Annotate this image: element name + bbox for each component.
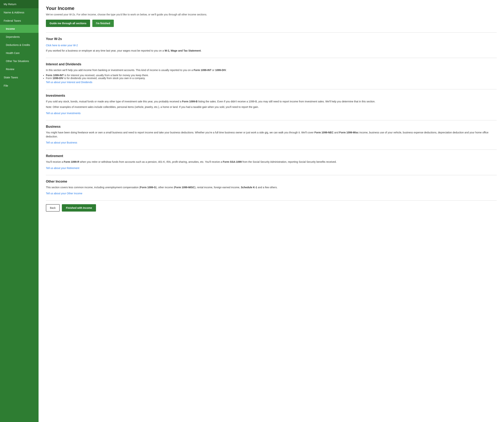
sidebar-item-my-return[interactable]: My Return [0, 0, 39, 8]
sidebar-item-review[interactable]: Review [0, 65, 39, 73]
section-title-investments: Investments [46, 94, 497, 98]
sidebar-item-state-taxes[interactable]: State Taxes [0, 73, 39, 82]
section-link-investments[interactable]: Tell us about your Investments [46, 112, 81, 115]
section-retirement: RetirementYou'll receive a Form 1099-R w… [46, 149, 497, 173]
section-body-retirement: You'll receive a Form 1099-R when you re… [46, 160, 497, 164]
sidebar-item-other-tax[interactable]: Other Tax Situations [0, 57, 39, 65]
section-body-w2s: If you worked for a business or employer… [46, 49, 497, 53]
w2-link[interactable]: Click here to enter your W-2 [46, 44, 78, 47]
guide-sections-button[interactable]: Guide me through all sections [46, 20, 90, 27]
section-interest-dividends: Interest and DividendsIn this section we… [46, 58, 497, 87]
intro-text: We've covered your W-2s. For other incom… [46, 13, 497, 16]
top-button-row: Guide me through all sections I'm finish… [46, 20, 497, 27]
section-investments: InvestmentsIf you sold any stock, bonds,… [46, 89, 497, 118]
sidebar-item-federal-taxes[interactable]: Federal Taxes [0, 17, 39, 25]
section-bullets-interest-dividends: Form 1099-INT is for interest you receiv… [46, 74, 497, 80]
main-content: Your Income We've covered your W-2s. For… [39, 0, 504, 422]
section-link-interest-dividends[interactable]: Tell us about your Interest and Dividend… [46, 81, 92, 84]
section-w2s: Your W-2sClick here to enter your W-2If … [46, 32, 497, 56]
section-body-investments: If you sold any stock, bonds, mutual fun… [46, 100, 497, 103]
section-other-income: Other IncomeThis section covers less com… [46, 175, 497, 198]
back-button[interactable]: Back [46, 204, 60, 212]
bullet-item: Form 1099-INT is for interest you receiv… [46, 74, 497, 77]
section-link-retirement[interactable]: Tell us about your Retirement [46, 166, 79, 170]
section-business: BusinessYou might have been doing freela… [46, 120, 497, 148]
sidebar-item-file[interactable]: File [0, 82, 39, 90]
section-body-other-income: This section covers less common income, … [46, 185, 497, 189]
sidebar-item-health-care[interactable]: Health Care [0, 49, 39, 57]
section-title-business: Business [46, 125, 497, 129]
sidebar-item-dependents[interactable]: Dependents [0, 33, 39, 41]
section-link-other-income[interactable]: Tell us about your Other Income [46, 192, 82, 195]
sidebar-item-deductions-credits[interactable]: Deductions & Credits [0, 41, 39, 49]
section-title-retirement: Retirement [46, 154, 497, 158]
bottom-button-row: Back Finished with Income [46, 200, 497, 213]
finished-income-button[interactable]: Finished with Income [62, 204, 96, 212]
section-note-investments: Note: Other examples of investment sales… [46, 105, 497, 109]
sections-container: Your W-2sClick here to enter your W-2If … [46, 32, 497, 198]
sidebar-item-income[interactable]: Income [0, 25, 39, 33]
section-title-interest-dividends: Interest and Dividends [46, 62, 497, 66]
sidebar: My ReturnName & AddressFederal TaxesInco… [0, 0, 39, 422]
page-title: Your Income [46, 6, 497, 11]
section-title-other-income: Other Income [46, 180, 497, 184]
section-body-interest-dividends: In this section we'll help you add incom… [46, 68, 497, 72]
section-title-w2s: Your W-2s [46, 37, 497, 41]
im-finished-button[interactable]: I'm finished [92, 20, 114, 27]
sidebar-item-name-address[interactable]: Name & Address [0, 8, 39, 17]
bullet-item: Form 1099-DIV is for dividends you recei… [46, 77, 497, 80]
section-link-business[interactable]: Tell us about your Business [46, 141, 77, 144]
section-body-business: You might have been doing freelance work… [46, 131, 497, 139]
